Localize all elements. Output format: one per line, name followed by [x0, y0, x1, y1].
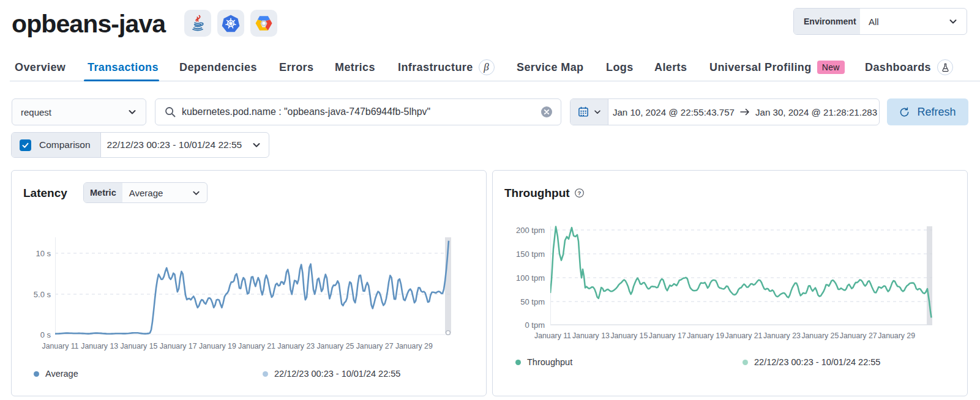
- svg-text:January 13: January 13: [572, 331, 610, 340]
- svg-text:100 tpm: 100 tpm: [516, 273, 545, 283]
- svg-text:January 19: January 19: [687, 331, 724, 340]
- svg-text:January 29: January 29: [878, 331, 915, 340]
- svg-text:150 tpm: 150 tpm: [516, 250, 545, 259]
- svg-text:January 23: January 23: [763, 331, 801, 340]
- svg-text:January 27: January 27: [840, 331, 877, 340]
- svg-text:January 17: January 17: [649, 331, 686, 340]
- svg-text:January 29: January 29: [395, 342, 433, 350]
- svg-text:January 15: January 15: [610, 331, 648, 340]
- svg-text:January 15: January 15: [120, 342, 157, 350]
- svg-text:50 tpm: 50 tpm: [520, 297, 545, 306]
- svg-text:January 19: January 19: [199, 342, 236, 350]
- svg-text:January 23: January 23: [277, 342, 315, 350]
- svg-text:0 s: 0 s: [40, 330, 51, 339]
- svg-text:200 tpm: 200 tpm: [516, 226, 545, 235]
- svg-text:January 25: January 25: [316, 342, 354, 350]
- svg-text:January 17: January 17: [160, 342, 197, 350]
- svg-text:?: ?: [578, 190, 582, 196]
- svg-text:January 11: January 11: [42, 342, 79, 350]
- svg-text:5.0 s: 5.0 s: [34, 290, 51, 299]
- svg-text:January 27: January 27: [356, 342, 394, 350]
- svg-text:January 21: January 21: [725, 331, 763, 340]
- svg-text:10 s: 10 s: [36, 249, 51, 258]
- svg-text:January 11: January 11: [534, 331, 571, 340]
- svg-text:January 21: January 21: [238, 342, 275, 350]
- svg-text:0 tpm: 0 tpm: [525, 320, 545, 330]
- svg-text:January 13: January 13: [81, 342, 118, 350]
- svg-text:January 25: January 25: [801, 331, 839, 340]
